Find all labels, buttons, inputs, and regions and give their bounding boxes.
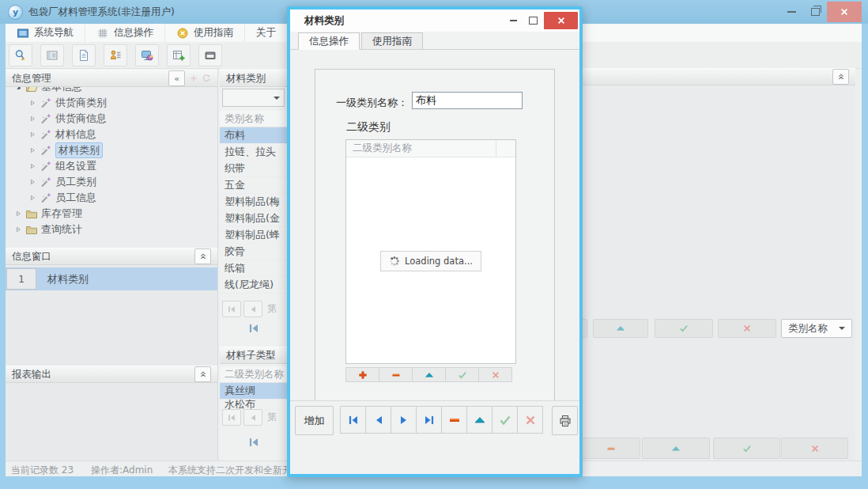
list-item[interactable]: 五金 [220,177,287,194]
table-add-tool-button[interactable] [167,44,191,66]
tab-user-guide[interactable]: 使用指南 [361,32,423,49]
tree-node-supplier-info[interactable]: 供货商信息 [6,111,217,127]
tree-label: 供货商类别 [55,96,107,110]
category-column-header[interactable]: 类别名称 [220,111,287,127]
prev-page-button[interactable] [243,301,262,317]
move-up-button[interactable] [593,319,648,338]
prev-record-button[interactable] [365,406,391,434]
person-tool-button[interactable] [104,44,127,66]
add-button[interactable]: 增加 [295,406,334,435]
dialog-maximize-button[interactable] [524,12,542,28]
confirm-record-button[interactable] [492,406,518,434]
first-page-button[interactable] [222,409,241,426]
tab-info-ops[interactable]: 信息操作 [298,32,360,50]
list-item[interactable]: 胶骨 [220,244,287,260]
first-record-button[interactable] [340,406,366,434]
cancel-button[interactable] [781,438,848,459]
next-record-button[interactable] [391,406,417,434]
first-icon [247,322,260,335]
collapse-left-button[interactable]: « [168,70,185,86]
add-row-button[interactable] [345,367,379,382]
delete-row-button[interactable] [379,367,413,382]
tree-node-root[interactable]: 基本信息 [6,87,217,95]
close-button[interactable] [827,2,862,22]
category-filter-combobox[interactable] [222,89,285,107]
list-item[interactable]: 塑料制品(梅 [220,194,287,210]
sort-field-dropdown[interactable]: 类别名称 [781,319,852,338]
subcategory-grid-header[interactable]: 二级类别名称 [346,140,515,157]
list-item[interactable]: 塑料制品(蜂 [220,227,287,244]
collapsed-arrow-icon [28,114,37,123]
menu-user-guide[interactable]: 使用指南 [165,24,245,42]
report-output-header: 报表输出 [6,366,217,383]
maximize-icon [529,17,538,25]
level1-category-input[interactable] [412,92,523,109]
cancel-button[interactable] [718,319,776,338]
collapse-up-button[interactable] [194,366,211,382]
search-tool-button[interactable] [9,44,32,66]
move-up-button[interactable] [642,438,710,459]
confirm-button[interactable] [445,367,479,382]
list-item[interactable]: 纸箱 [220,260,287,277]
cancel-record-button[interactable] [517,406,543,434]
tree-node-material-info[interactable]: 材料信息 [6,127,217,142]
minimize-button[interactable] [779,2,803,22]
monitor-globe-icon [141,49,153,62]
print-button[interactable] [552,406,578,435]
card-tool-button[interactable] [198,44,222,66]
search-icon [14,49,27,62]
dialog-close-button[interactable] [544,12,578,29]
panel-title: 信息窗口 [12,250,51,263]
menu-label: 信息操作 [114,26,153,40]
tree-node-group-settings[interactable]: 组名设置 [6,158,217,174]
tree-node-employee-category[interactable]: 员工类别 [6,174,217,190]
delete-button[interactable] [581,438,640,459]
folder-icon [25,223,38,236]
list-item[interactable]: 塑料制品(金 [220,210,287,227]
cancel-button[interactable] [478,367,512,382]
prev-page-button[interactable] [243,409,262,426]
tree-node-employee-info[interactable]: 员工信息 [6,190,217,206]
document-tool-button[interactable] [72,44,96,66]
monitor-tool-button[interactable] [135,44,159,66]
subtype-nav-first-button[interactable] [220,433,287,452]
tree-node-material-category[interactable]: 材料类别 [6,142,217,158]
list-item[interactable]: 织带 [220,161,287,177]
confirm-button[interactable] [713,438,780,459]
prev-icon [372,414,385,426]
tree-node-supplier-category[interactable]: 供货商类别 [6,95,217,111]
material-category-dialog: 材料类别 信息操作 使用指南 一级类别名称： 二级类别 二级类别名称 Loadi… [287,6,583,477]
confirm-button[interactable] [655,319,713,338]
close-icon [840,7,849,17]
info-window-row[interactable]: 1 材料类别 [6,267,217,290]
list-item[interactable]: 线(尼龙绳) [220,277,287,294]
menu-label: 系统导航 [34,26,74,40]
last-record-button[interactable] [416,406,442,434]
dialog-titlebar: 材料类别 [290,9,579,32]
cross-icon [810,444,820,453]
collapse-up-button[interactable] [194,248,211,264]
tree-node-inventory[interactable]: 库存管理 [6,206,217,222]
move-up-button[interactable] [412,367,446,382]
chevron-down-icon [839,327,845,333]
first-page-button[interactable] [222,301,241,317]
table-tool-button[interactable] [40,44,64,66]
delete-record-button[interactable] [441,406,467,434]
list-item[interactable]: 布料 [220,127,287,144]
dialog-minimize-button[interactable] [504,12,522,28]
collapse-up-button[interactable] [832,69,849,85]
close-icon [557,16,566,25]
tree-node-query-stats[interactable]: 查询统计 [6,222,217,237]
edit-record-button[interactable] [466,406,492,434]
menu-about[interactable]: 关于 [245,24,287,42]
wand-icon [40,160,52,172]
prev-icon [248,305,258,314]
list-item[interactable]: 拉链、拉头 [220,144,287,161]
category-nav-first-button[interactable] [220,319,287,338]
list-item[interactable]: 真丝绸 [220,383,287,400]
subtype-column-header[interactable]: 二级类别名称 [220,366,287,383]
up-icon [474,414,486,426]
restore-button[interactable] [803,2,827,22]
menu-system-nav[interactable]: 系统导航 [6,24,85,42]
menu-info-ops[interactable]: 信息操作 [85,24,165,42]
